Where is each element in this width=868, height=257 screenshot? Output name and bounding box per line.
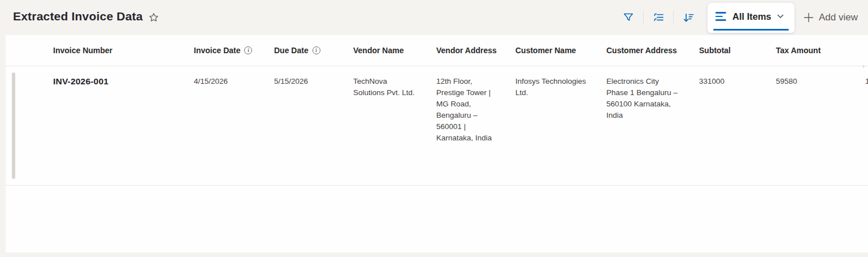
add-view-button[interactable]: Add view	[804, 12, 858, 23]
column-header-customer-address[interactable]: Customer Address	[601, 35, 693, 66]
active-tab-underline	[713, 29, 789, 31]
group-by-button[interactable]	[647, 6, 670, 29]
cell-invoice-date: 4/15/2026	[188, 66, 268, 185]
column-header-subtotal[interactable]: Subtotal	[693, 35, 770, 66]
column-header-invoice-number[interactable]: Invoice Number	[6, 35, 188, 66]
info-icon[interactable]: i	[313, 46, 320, 54]
sort-button[interactable]	[677, 6, 700, 29]
column-header-invoice-date[interactable]: Invoice Date i	[188, 35, 268, 66]
cell-vendor-name: TechNova Solutions Pvt. Ltd.	[348, 66, 431, 185]
view-selector-label: All Items	[732, 11, 771, 22]
sort-descending-icon	[682, 11, 695, 24]
column-header-tax-amount[interactable]: Tax Amount	[770, 35, 862, 66]
toolbar-separator	[643, 11, 644, 24]
chevron-down-icon	[777, 14, 784, 19]
star-icon	[148, 12, 159, 23]
cell-vendor-address: 12th Floor, Prestige Tower | MG Road, Be…	[431, 66, 510, 185]
table-row[interactable]: INV-2026-001 4/15/2026 5/15/2026 TechNov…	[6, 66, 868, 186]
cell-customer-address: Electronics City Phase 1 Bengaluru – 560…	[601, 66, 693, 185]
info-icon[interactable]: i	[244, 46, 252, 54]
cell-due-date: 5/15/2026	[268, 66, 348, 185]
cell-tax-amount: 59580	[770, 66, 862, 185]
column-header-vendor-name[interactable]: Vendor Name	[348, 35, 431, 66]
vertical-scrollbar-thumb[interactable]	[12, 72, 15, 179]
cell-invoice-number: INV-2026-001	[6, 66, 188, 185]
add-view-label: Add view	[819, 12, 858, 23]
toolbar-separator	[673, 11, 674, 24]
list-view-card: Invoice Number Invoice Date i Due Date i…	[6, 35, 868, 252]
cell-customer-name: Infosys Technologies Ltd.	[510, 66, 601, 185]
favorite-button[interactable]	[147, 11, 160, 24]
chevron-right-icon: ›	[862, 62, 865, 70]
view-toolbar: All Items Add view	[617, 0, 868, 35]
column-header-due-date[interactable]: Due Date i	[268, 35, 348, 66]
list-lines-icon	[715, 12, 726, 21]
column-header-vendor-address[interactable]: Vendor Address	[431, 35, 510, 66]
plus-icon	[804, 12, 814, 23]
filter-button[interactable]	[617, 6, 640, 29]
filter-icon	[622, 11, 635, 24]
top-bar: Extracted Invoice Data	[0, 0, 868, 35]
cell-clipped-next-column: 1	[862, 66, 868, 185]
group-list-icon	[652, 11, 665, 24]
view-selector-tab[interactable]: All Items	[708, 3, 795, 33]
cell-subtotal: 331000	[693, 66, 770, 185]
table-header-row: Invoice Number Invoice Date i Due Date i…	[6, 35, 868, 66]
page-title: Extracted Invoice Data	[13, 10, 143, 23]
column-header-customer-name[interactable]: Customer Name	[510, 35, 601, 66]
